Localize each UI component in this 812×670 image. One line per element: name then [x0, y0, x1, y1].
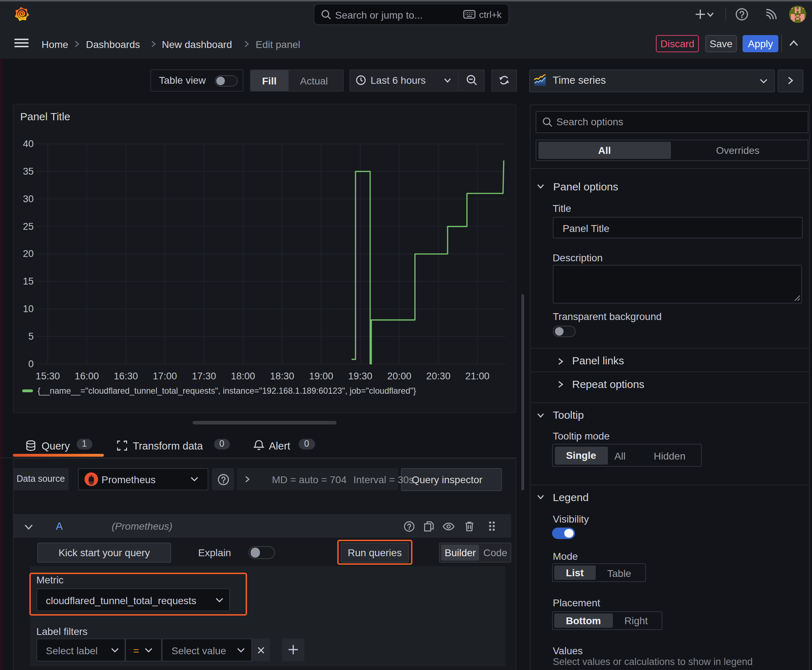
svg-text:35: 35	[23, 166, 34, 177]
svg-text:5: 5	[28, 331, 34, 342]
svg-text:0: 0	[28, 359, 34, 369]
svg-text:25: 25	[23, 221, 34, 232]
svg-text:20: 20	[23, 249, 34, 259]
svg-text:19:30: 19:30	[348, 371, 372, 382]
svg-text:15: 15	[23, 276, 34, 287]
svg-text:20:30: 20:30	[426, 371, 451, 382]
svg-text:18:30: 18:30	[270, 371, 294, 382]
svg-text:19:00: 19:00	[309, 371, 333, 382]
svg-text:20:00: 20:00	[387, 371, 411, 382]
svg-text:30: 30	[23, 194, 34, 205]
svg-text:16:30: 16:30	[114, 371, 138, 382]
svg-text:15:30: 15:30	[36, 371, 60, 382]
svg-text:40: 40	[23, 139, 34, 149]
svg-text:18:00: 18:00	[231, 371, 255, 382]
svg-text:17:00: 17:00	[153, 371, 177, 382]
svg-text:21:00: 21:00	[465, 371, 490, 382]
svg-text:16:00: 16:00	[75, 371, 99, 382]
svg-text:17:30: 17:30	[192, 371, 216, 382]
svg-text:10: 10	[23, 303, 34, 314]
